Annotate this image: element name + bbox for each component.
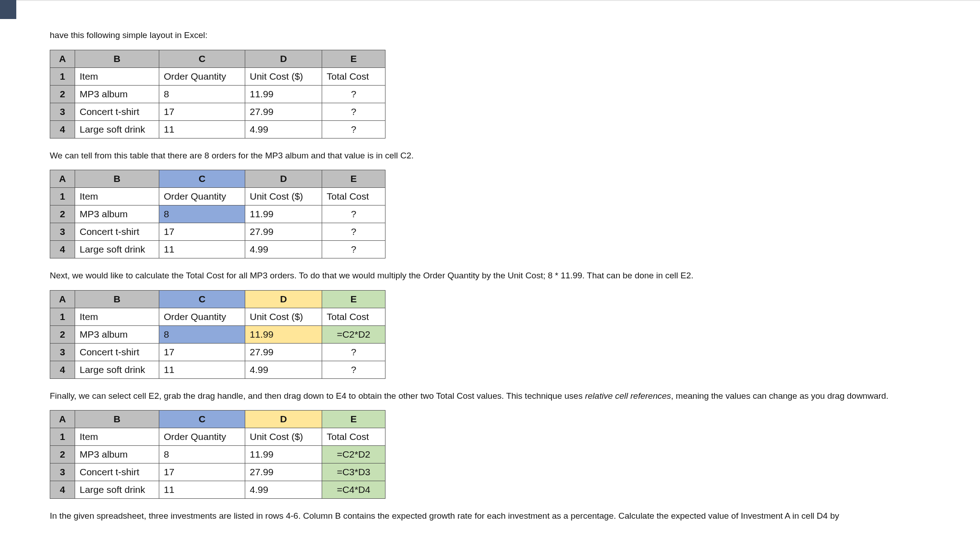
cell-C3: 17 (159, 463, 245, 481)
row-number: 1 (50, 188, 75, 205)
cell-E1: Total Cost (322, 428, 385, 446)
cell-D4: 4.99 (245, 120, 322, 138)
paragraph-after-t3: Finally, we can select cell E2, grab the… (50, 390, 953, 402)
row-number: 2 (50, 446, 75, 463)
cell-E2: ? (322, 85, 385, 103)
cell-C2: 8 (159, 325, 245, 343)
table-row: 3Concert t-shirt1727.99? (50, 223, 385, 241)
column-header-B: B (75, 411, 159, 428)
cell-C3: 17 (159, 103, 245, 120)
relative-cell-references-term: relative cell references (585, 391, 671, 401)
cell-B2: MP3 album (75, 325, 159, 343)
table-row: 2MP3 album811.99? (50, 85, 385, 103)
cell-C2: 8 (159, 205, 245, 223)
cell-B3: Concert t-shirt (75, 463, 159, 481)
cell-E3: =C3*D3 (322, 463, 385, 481)
cell-C3: 17 (159, 223, 245, 241)
cell-D1: Unit Cost ($) (245, 188, 322, 205)
cell-B2: MP3 album (75, 446, 159, 463)
cell-C3: 17 (159, 343, 245, 361)
cell-B1: Item (75, 428, 159, 446)
table-row: 1ItemOrder QuantityUnit Cost ($)Total Co… (50, 188, 385, 205)
row-number: 4 (50, 241, 75, 258)
column-header-A: A (50, 411, 75, 428)
cell-C2: 8 (159, 85, 245, 103)
column-header-E: E (322, 50, 385, 67)
cell-D3: 27.99 (245, 223, 322, 241)
cell-E2: =C2*D2 (322, 325, 385, 343)
row-number: 2 (50, 85, 75, 103)
row-number: 1 (50, 428, 75, 446)
column-header-B: B (75, 50, 159, 67)
cell-D2: 11.99 (245, 205, 322, 223)
column-header-E: E (322, 290, 385, 308)
cell-C1: Order Quantity (159, 428, 245, 446)
table-row: 3Concert t-shirt1727.99=C3*D3 (50, 463, 385, 481)
cell-D2: 11.99 (245, 325, 322, 343)
cell-D1: Unit Cost ($) (245, 428, 322, 446)
cell-B4: Large soft drink (75, 241, 159, 258)
cell-D2: 11.99 (245, 446, 322, 463)
cell-D2: 11.99 (245, 85, 322, 103)
column-header-D: D (245, 411, 322, 428)
column-header-A: A (50, 50, 75, 67)
cell-D3: 27.99 (245, 343, 322, 361)
paragraph-after-t3-part-a: Finally, we can select cell E2, grab the… (50, 391, 585, 401)
excel-table-1: ABCDE1ItemOrder QuantityUnit Cost ($)Tot… (50, 50, 953, 139)
table-row: 2MP3 album811.99=C2*D2 (50, 446, 385, 463)
cell-E4: ? (322, 120, 385, 138)
column-header-D: D (245, 290, 322, 308)
cell-E3: ? (322, 343, 385, 361)
cell-E2: ? (322, 205, 385, 223)
cell-B4: Large soft drink (75, 481, 159, 499)
cell-D4: 4.99 (245, 481, 322, 499)
column-header-A: A (50, 290, 75, 308)
row-number: 3 (50, 463, 75, 481)
cell-D4: 4.99 (245, 361, 322, 378)
cell-C4: 11 (159, 241, 245, 258)
document-body: have this following simple layout in Exc… (0, 0, 980, 535)
row-number: 3 (50, 103, 75, 120)
column-header-C: C (159, 50, 245, 67)
cell-C2: 8 (159, 446, 245, 463)
paragraph-after-t2: Next, we would like to calculate the Tot… (50, 269, 953, 282)
cell-B4: Large soft drink (75, 120, 159, 138)
paragraph-after-t1: We can tell from this table that there a… (50, 149, 953, 162)
cell-B3: Concert t-shirt (75, 223, 159, 241)
column-header-D: D (245, 170, 322, 188)
row-number: 2 (50, 205, 75, 223)
cell-E3: ? (322, 103, 385, 120)
cell-B1: Item (75, 67, 159, 85)
paragraph-after-t4: In the given spreadsheet, three investme… (50, 510, 953, 522)
cell-E4: ? (322, 361, 385, 378)
cell-C4: 11 (159, 361, 245, 378)
cell-C1: Order Quantity (159, 67, 245, 85)
cell-C4: 11 (159, 481, 245, 499)
cell-B4: Large soft drink (75, 361, 159, 378)
table-row: 1ItemOrder QuantityUnit Cost ($)Total Co… (50, 308, 385, 325)
paragraph-intro: have this following simple layout in Exc… (50, 29, 953, 42)
cell-B3: Concert t-shirt (75, 103, 159, 120)
table-row: 1ItemOrder QuantityUnit Cost ($)Total Co… (50, 428, 385, 446)
column-header-C: C (159, 290, 245, 308)
cell-D1: Unit Cost ($) (245, 67, 322, 85)
cell-B1: Item (75, 188, 159, 205)
paragraph-after-t3-part-b: , meaning the values can change as you d… (671, 391, 889, 401)
column-header-B: B (75, 290, 159, 308)
cell-E1: Total Cost (322, 67, 385, 85)
cell-E3: ? (322, 223, 385, 241)
table-row: 4Large soft drink114.99? (50, 120, 385, 138)
row-number: 1 (50, 67, 75, 85)
row-number: 4 (50, 361, 75, 378)
column-header-B: B (75, 170, 159, 188)
table-row: 3Concert t-shirt1727.99? (50, 103, 385, 120)
column-header-D: D (245, 50, 322, 67)
column-header-C: C (159, 411, 245, 428)
column-header-E: E (322, 170, 385, 188)
cell-E2: =C2*D2 (322, 446, 385, 463)
excel-table-2: ABCDE1ItemOrder QuantityUnit Cost ($)Tot… (50, 170, 953, 258)
cell-B2: MP3 album (75, 205, 159, 223)
table-row: 1ItemOrder QuantityUnit Cost ($)Total Co… (50, 67, 385, 85)
cell-E1: Total Cost (322, 308, 385, 325)
cell-E4: ? (322, 241, 385, 258)
